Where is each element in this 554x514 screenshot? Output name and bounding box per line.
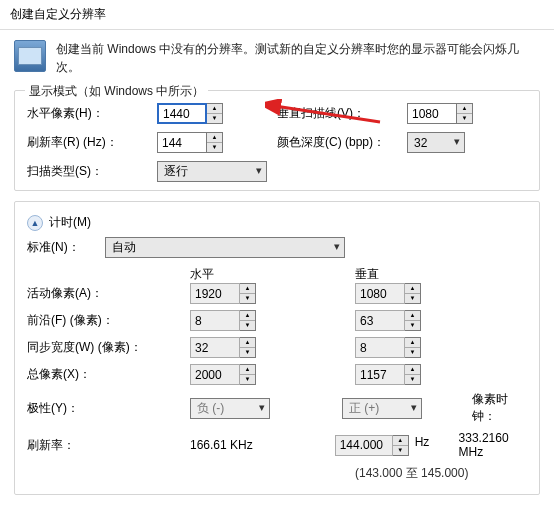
vscanlines-spinner[interactable]: ▲▼ [457,103,473,124]
scantype-label: 扫描类型(S)： [27,163,157,180]
syncwidth-h-input[interactable] [190,337,240,358]
pixelclock-label: 像素时钟： [472,391,527,425]
hpixels-input[interactable] [157,103,207,124]
frontporch-label: 前沿(F) (像素)： [27,312,190,329]
dialog-content: 创建当前 Windows 中没有的分辨率。测试新的自定义分辨率时您的显示器可能会… [0,30,554,514]
active-v-input[interactable] [355,283,405,304]
spin-up-icon[interactable]: ▲ [207,104,222,114]
refresh2-unit: Hz [415,435,430,456]
pixelclock-value: 333.2160 MHz [459,431,527,459]
window-title: 创建自定义分辨率 [10,7,106,21]
spin-down-icon[interactable]: ▼ [207,114,222,123]
spin-up-icon[interactable]: ▲ [207,133,222,143]
refresh2-h-value: 166.61 KHz [190,438,253,452]
display-mode-legend: 显示模式（如 Windows 中所示） [25,83,208,100]
timing-collapse-toggle[interactable]: ▲ [27,215,43,231]
frontporch-v-input[interactable] [355,310,405,331]
timing-header-label: 计时(M) [49,214,91,231]
polarity-label: 极性(Y)： [27,400,190,417]
syncwidth-label: 同步宽度(W) (像素)： [27,339,190,356]
total-h-input[interactable] [190,364,240,385]
syncwidth-v-input[interactable] [355,337,405,358]
refresh-input[interactable] [157,132,207,153]
intro-section: 创建当前 Windows 中没有的分辨率。测试新的自定义分辨率时您的显示器可能会… [14,40,540,76]
col-vertical: 垂直 [355,266,520,283]
title-bar: 创建自定义分辨率 [0,0,554,30]
polarity-v-select[interactable]: 正 (+) [342,398,422,419]
refresh-range-note: (143.000 至 145.000) [355,465,527,482]
refresh-label: 刷新率(R) (Hz)： [27,134,157,151]
hpixels-spinner[interactable]: ▲▼ [207,103,223,124]
spin-up-icon[interactable]: ▲ [457,104,472,114]
total-label: 总像素(X)： [27,366,190,383]
standard-label: 标准(N)： [27,239,105,256]
hpixels-label: 水平像素(H)： [27,105,157,122]
frontporch-h-input[interactable] [190,310,240,331]
refresh2-label: 刷新率： [27,437,190,454]
intro-text: 创建当前 Windows 中没有的分辨率。测试新的自定义分辨率时您的显示器可能会… [56,40,540,76]
polarity-h-select[interactable]: 负 (-) [190,398,270,419]
display-mode-group: 显示模式（如 Windows 中所示） 水平像素(H)： ▲▼ 垂直扫描线(V)… [14,90,540,191]
active-label: 活动像素(A)： [27,285,190,302]
active-h-input[interactable] [190,283,240,304]
colordepth-label: 颜色深度(C) (bpp)： [277,134,407,151]
refresh2-v-input[interactable] [335,435,393,456]
active-h-spinner[interactable]: ▲▼ [240,283,256,304]
scantype-select[interactable]: 逐行 [157,161,267,182]
col-horizontal: 水平 [190,266,355,283]
monitor-icon [14,40,46,72]
timing-group: ▲ 计时(M) 标准(N)： 自动 水平 垂直 活动像素(A)： ▲▼ ▲▼ 前… [14,201,540,495]
spin-down-icon[interactable]: ▼ [207,143,222,152]
active-v-spinner[interactable]: ▲▼ [405,283,421,304]
colordepth-select[interactable]: 32 [407,132,465,153]
refresh-spinner[interactable]: ▲▼ [207,132,223,153]
total-v-input[interactable] [355,364,405,385]
vscanlines-input[interactable] [407,103,457,124]
vscanlines-label: 垂直扫描线(V)： [277,105,407,122]
standard-select[interactable]: 自动 [105,237,345,258]
spin-down-icon[interactable]: ▼ [457,114,472,123]
